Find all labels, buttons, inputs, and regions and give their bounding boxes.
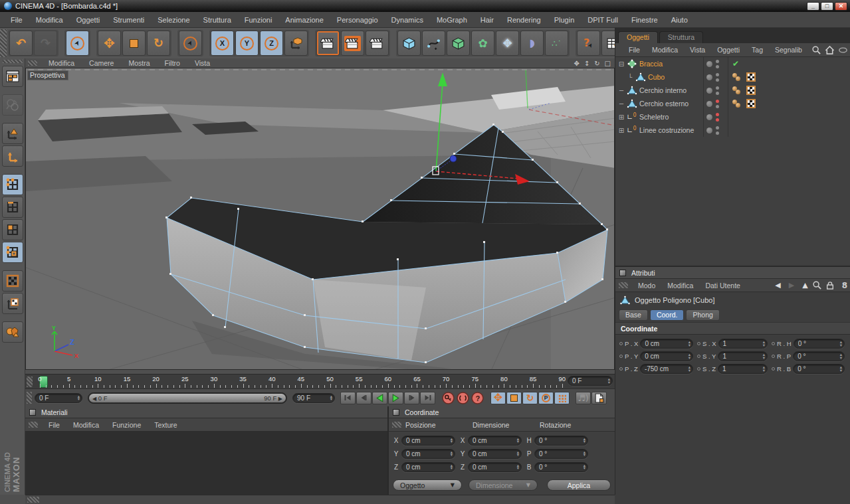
attr-field-input[interactable]: 1▴▾ — [718, 364, 768, 374]
expander-icon[interactable]: ⊞ — [617, 114, 626, 121]
object-label[interactable]: Linee costruzione — [639, 126, 694, 134]
spinner-icon[interactable]: ▴▾ — [517, 438, 519, 444]
visibility-dots[interactable] — [703, 110, 728, 124]
tree-row-cerchio-esterno[interactable]: ─Cerchio esterno — [615, 97, 850, 110]
frame-ruler[interactable]: 051015202530354045505560657075808590 — [34, 375, 585, 389]
polygons-mode-button[interactable] — [2, 219, 23, 240]
materials-menu-file[interactable]: File — [42, 421, 66, 429]
visibility-dot-gray[interactable] — [716, 65, 719, 68]
status-grip[interactable] — [27, 497, 39, 503]
prev-frame-button[interactable] — [356, 392, 372, 404]
attr-field-input[interactable]: 1▴▾ — [718, 339, 768, 349]
object-label[interactable]: Cerchio interno — [639, 86, 687, 94]
play-backwards-button[interactable] — [372, 392, 387, 404]
viewport-camera-label[interactable]: Prospettiva — [27, 70, 68, 80]
layer-dot[interactable] — [706, 127, 712, 133]
go-start-button[interactable] — [340, 392, 356, 404]
om-menu-modifica[interactable]: Modifica — [646, 46, 684, 54]
om-menu-segnalib[interactable]: Segnalib — [769, 46, 808, 54]
visibility-dot-gray[interactable] — [716, 78, 719, 82]
last-selection-button[interactable]: ➤ — [179, 31, 202, 56]
visibility-dots[interactable] — [703, 84, 728, 97]
viewport-menu-grip[interactable] — [28, 60, 37, 66]
expander-icon[interactable]: ⊟ — [617, 60, 626, 68]
spinner-icon[interactable]: ▴▾ — [763, 366, 765, 372]
attributes-grip[interactable] — [619, 282, 628, 288]
key-scale-toggle[interactable] — [506, 392, 522, 404]
menu-mograph[interactable]: MoGraph — [430, 12, 474, 28]
materials-content[interactable] — [25, 432, 387, 495]
attr-field-input[interactable]: 0 °▴▾ — [794, 339, 845, 349]
uv-points-mode-button[interactable] — [2, 242, 23, 263]
tree-row-cerchio-interno[interactable]: ─Cerchio interno — [615, 84, 850, 97]
om-menu-file[interactable]: File — [623, 46, 646, 54]
menu-rendering[interactable]: Rendering — [500, 12, 548, 28]
spinner-icon[interactable]: ▴▾ — [840, 366, 842, 372]
menu-dynamics[interactable]: Dynamics — [385, 12, 430, 28]
particles-button[interactable]: ∴˙ — [545, 31, 568, 56]
visibility-dot-gray[interactable] — [716, 73, 719, 76]
subdivision-surface-button[interactable] — [447, 31, 470, 56]
link-icon[interactable]: 8 — [838, 282, 847, 290]
primitive-cube-button[interactable] — [397, 31, 421, 56]
menu-finestre[interactable]: Finestre — [625, 12, 665, 28]
visibility-dots[interactable] — [703, 97, 728, 110]
coord-field-input[interactable]: 0 cm▴▾ — [468, 462, 522, 472]
coord-field-input[interactable]: 0 cm▴▾ — [401, 462, 455, 472]
om-menu-tag[interactable]: Tag — [746, 46, 769, 54]
tree-row-scheletro[interactable]: ⊞∟0Scheletro — [615, 110, 850, 124]
om-menu-vista[interactable]: Vista — [684, 46, 711, 54]
panel-icon[interactable] — [393, 409, 399, 416]
visibility-dots[interactable] — [703, 57, 728, 70]
menu-plugin[interactable]: Plugin — [548, 12, 582, 28]
tab-struttura[interactable]: Struttura — [659, 31, 703, 43]
null-object-icon[interactable]: ∟0 — [626, 126, 637, 135]
layer-dot[interactable] — [706, 114, 712, 120]
visibility-dots[interactable] — [703, 70, 728, 84]
viewport-canvas[interactable]: Prospettiva — [25, 68, 615, 370]
current-frame-field[interactable]: 0 F▴▾ — [35, 393, 82, 403]
menu-hair[interactable]: Hair — [474, 12, 500, 28]
coord-field-input[interactable]: 0 °▴▾ — [534, 462, 588, 472]
texture-tag-icon[interactable] — [746, 86, 756, 95]
expander-icon[interactable]: ⊞ — [617, 127, 626, 134]
key-position-toggle[interactable]: ✥ — [490, 392, 506, 404]
attr-tab-phong[interactable]: Phong — [686, 309, 719, 321]
layer-dot[interactable] — [706, 88, 712, 94]
visibility-dot-gray[interactable] — [716, 60, 719, 63]
spinner-icon[interactable]: ▴▾ — [763, 353, 765, 359]
coordinates-grip[interactable] — [392, 422, 401, 428]
subdivision-object-icon[interactable] — [626, 58, 637, 69]
timeline-ruler[interactable]: 051015202530354045505560657075808590 0 F… — [25, 374, 615, 388]
polygon-object-icon[interactable] — [635, 72, 646, 82]
lock-icon[interactable] — [826, 281, 834, 290]
spinner-icon[interactable]: ▴▾ — [608, 378, 610, 384]
visibility-dot-red[interactable] — [716, 113, 719, 116]
attr-tab-base[interactable]: Base — [619, 309, 648, 321]
render-settings-button[interactable] — [366, 31, 389, 56]
spinner-icon[interactable]: ▴▾ — [689, 366, 691, 372]
model-mode-button[interactable] — [2, 123, 23, 144]
visibility-dot-gray[interactable] — [716, 131, 719, 135]
object-axis-mode-button[interactable] — [2, 145, 23, 167]
sound-button[interactable]: ♬) — [576, 392, 591, 404]
coord-system-button[interactable] — [284, 31, 308, 56]
spinner-icon[interactable]: ▴▾ — [330, 395, 332, 401]
materials-menu-texture[interactable]: Texture — [148, 421, 183, 429]
coord-field-input[interactable]: 0 cm▴▾ — [401, 436, 455, 446]
viewport-rotate-icon[interactable]: ↻ — [594, 60, 599, 67]
menu-modifica[interactable]: Modifica — [29, 12, 70, 28]
materials-menu-funzione[interactable]: Funzione — [106, 421, 148, 429]
timeline-frame-field[interactable]: 0 F ▴▾ — [568, 376, 613, 386]
playback-range-slider[interactable]: ◀ 0 F90 F ▶ — [88, 392, 287, 404]
phong-tag-icon[interactable] — [732, 100, 742, 108]
object-label[interactable]: Scheletro — [639, 113, 669, 121]
spinner-icon[interactable]: ▴▾ — [584, 451, 585, 457]
texture-tag-icon[interactable] — [746, 99, 756, 108]
texture-tag-icon[interactable] — [746, 72, 756, 82]
null-object-icon[interactable]: ∟0 — [626, 113, 637, 122]
spinner-icon[interactable]: ▴▾ — [517, 464, 519, 470]
key-rotation-toggle[interactable]: ↻ — [522, 392, 538, 404]
coord-field-input[interactable]: 0 °▴▾ — [534, 449, 588, 459]
forward-icon[interactable]: ▶ — [785, 282, 794, 289]
